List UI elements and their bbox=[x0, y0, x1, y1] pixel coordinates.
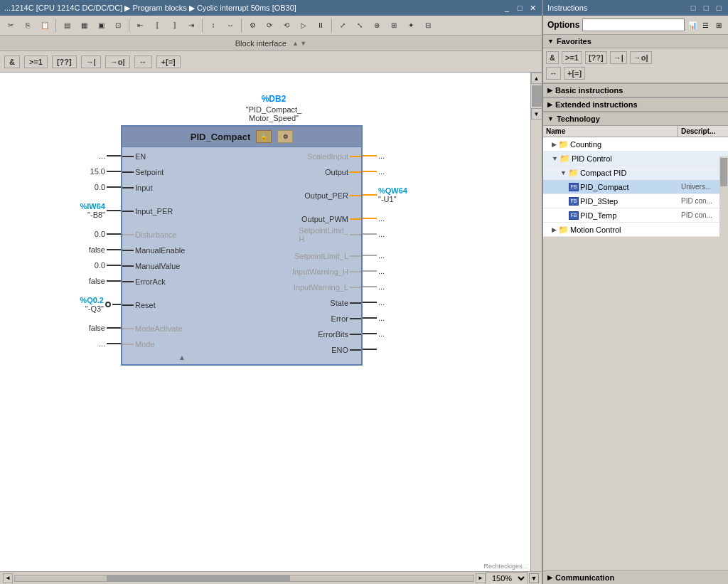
counting-folder-icon: 📁 bbox=[558, 139, 569, 149]
input-warning-l-outer-label: ... bbox=[378, 282, 385, 291]
tb-btn15[interactable]: ⚙ bbox=[245, 18, 260, 33]
zoom-dropdown-btn[interactable]: ▼ bbox=[529, 573, 539, 583]
tb-btn14[interactable]: ↔ bbox=[223, 18, 238, 33]
ladder-btn-nc[interactable]: →| bbox=[81, 55, 101, 68]
options-search-input[interactable] bbox=[582, 18, 685, 31]
left-conn-input: 0.0 bbox=[21, 179, 121, 195]
maximize-button[interactable]: □ bbox=[515, 3, 525, 13]
fav-btn-and[interactable]: & bbox=[546, 51, 559, 64]
tb-btn23[interactable]: ⊞ bbox=[386, 18, 402, 33]
tb-btn18[interactable]: ▷ bbox=[296, 18, 311, 33]
pid-config-icon[interactable]: ⚙ bbox=[277, 130, 293, 143]
tree-row-motion-control[interactable]: ▶ 📁 Motion Control bbox=[543, 223, 728, 237]
tb-btn9[interactable]: ⇤ bbox=[132, 18, 148, 33]
hscroll-track[interactable] bbox=[14, 575, 474, 582]
hscroll-thumb[interactable] bbox=[107, 575, 290, 581]
pid-3step-label: PID_3Step bbox=[580, 197, 618, 206]
fav-btn-box[interactable]: [??] bbox=[585, 51, 607, 64]
ladder-btn-or[interactable]: >=1 bbox=[24, 55, 48, 68]
port-manual-enable: ManualEnable bbox=[122, 243, 242, 258]
hscroll-right[interactable]: ► bbox=[476, 573, 486, 583]
mode-line bbox=[107, 343, 121, 344]
inst-icon-3[interactable]: □ bbox=[714, 3, 724, 13]
hscroll-left[interactable]: ◄ bbox=[3, 573, 13, 583]
vscroll-up[interactable]: ▲ bbox=[531, 73, 542, 84]
tb-btn19[interactable]: ⏸ bbox=[313, 18, 328, 33]
vscroll-down[interactable]: ▼ bbox=[531, 108, 542, 120]
ladder-btn-box[interactable]: [??] bbox=[52, 55, 77, 68]
tree-vscroll[interactable] bbox=[719, 156, 728, 370]
tb-btn24[interactable]: ✦ bbox=[403, 18, 419, 33]
pid-lock-icon[interactable]: 🔒 bbox=[256, 130, 272, 143]
tb-btn22[interactable]: ⊕ bbox=[369, 18, 385, 33]
tb-btn17[interactable]: ⟲ bbox=[279, 18, 294, 33]
tree-vscroll-thumb[interactable] bbox=[720, 158, 727, 186]
tb-cut[interactable]: ✂ bbox=[3, 18, 18, 33]
favorites-header[interactable]: ▼ Favorites bbox=[543, 35, 728, 48]
tree-row-pid-temp[interactable]: FB PID_Temp PID con... bbox=[543, 208, 728, 223]
ladder-btn-assign[interactable]: +[=] bbox=[156, 55, 181, 68]
zoom-select[interactable]: 150% 100% 75% 200% bbox=[486, 572, 528, 585]
tree-row-counting[interactable]: ▶ 📁 Counting bbox=[543, 137, 728, 152]
tb-paste[interactable]: 📋 bbox=[37, 18, 53, 33]
vscroll-thumb[interactable] bbox=[532, 85, 542, 107]
tb-btn7[interactable]: ▣ bbox=[93, 18, 109, 33]
tree-row-pid-3step[interactable]: FB PID_3Step PID con... bbox=[543, 194, 728, 208]
output-right-line bbox=[350, 171, 361, 173]
port-error-ack: ErrorAck bbox=[122, 274, 242, 290]
tb-btn5[interactable]: ▤ bbox=[59, 18, 75, 33]
pid-compact-label: PID_Compact bbox=[580, 183, 628, 191]
vertical-scrollbar[interactable]: ▲ ▼ bbox=[530, 73, 542, 571]
output-pwm-label: Output_PWM bbox=[301, 215, 350, 223]
tb-btn20[interactable]: ⤢ bbox=[335, 18, 350, 33]
pid-control-folder-icon: 📁 bbox=[560, 154, 570, 164]
fav-btn-coil[interactable]: ↔ bbox=[546, 67, 561, 80]
communication-bar[interactable]: ▶ Communication bbox=[543, 570, 728, 584]
tree-row-pid-compact[interactable]: FB PID_Compact Univers... bbox=[543, 180, 728, 194]
fav-btn-or[interactable]: >=1 bbox=[562, 51, 582, 64]
fav-btn-nc[interactable]: →| bbox=[610, 51, 627, 64]
pid-block: PID_Compact 🔒 ⚙ EN bbox=[121, 125, 363, 366]
ladder-btn-and[interactable]: & bbox=[4, 55, 20, 68]
setpoint-outer-label: 15.0 bbox=[90, 167, 105, 176]
tb-btn13[interactable]: ↕ bbox=[205, 18, 221, 33]
tb-btn10[interactable]: ⟦ bbox=[149, 18, 165, 33]
tb-btn6[interactable]: ▦ bbox=[76, 18, 92, 33]
output-per-outer: %QW64 "-U1" bbox=[378, 186, 407, 203]
options-list-icon[interactable]: ☰ bbox=[701, 18, 711, 31]
basic-instructions-header[interactable]: ▶ Basic instructions bbox=[543, 83, 728, 97]
tree-row-compact-pid[interactable]: ▼ 📁 Compact PID bbox=[543, 166, 728, 180]
tb-btn11[interactable]: ⟧ bbox=[166, 18, 182, 33]
tb-btn12[interactable]: ⇥ bbox=[183, 18, 199, 33]
technology-header[interactable]: ▼ Technology bbox=[543, 112, 728, 126]
error-bits-right-line bbox=[350, 334, 361, 335]
minimize-button[interactable]: _ bbox=[502, 3, 512, 13]
ladder-btn-coil[interactable]: ↔ bbox=[134, 55, 152, 68]
eno-right-line bbox=[350, 349, 361, 351]
manual-enable-outer-label: false bbox=[89, 245, 105, 254]
horizontal-scrollbar[interactable]: ◄ ► bbox=[3, 573, 486, 583]
inst-icon-1[interactable]: □ bbox=[688, 3, 698, 13]
extended-instructions-header[interactable]: ▶ Extended instructions bbox=[543, 97, 728, 112]
motion-control-name: ▶ 📁 Motion Control bbox=[543, 225, 678, 235]
db-name: "PID_Compact_Motor_Speed" bbox=[246, 105, 302, 122]
tb-btn16[interactable]: ⟳ bbox=[262, 18, 277, 33]
tb-btn25[interactable]: ⊟ bbox=[420, 18, 436, 33]
close-button[interactable]: ✕ bbox=[528, 3, 537, 13]
left-conn-reset: %Q0.2 "-Q3" bbox=[21, 289, 121, 320]
fav-btn-noc[interactable]: →o| bbox=[630, 51, 652, 64]
port-state: State bbox=[330, 295, 361, 311]
tb-copy[interactable]: ⎘ bbox=[20, 18, 36, 33]
input-warning-l-outer-line bbox=[363, 286, 377, 287]
main-toolbar: ✂ ⎘ 📋 ▤ ▦ ▣ ⊡ ⇤ ⟦ ⟧ ⇥ ↕ ↔ ⚙ ⟳ ⟲ ▷ ⏸ ⤢ ⤡ … bbox=[0, 16, 542, 36]
fav-btn-assign[interactable]: +[=] bbox=[564, 67, 585, 80]
tree-row-pid-control[interactable]: ▼ 📁 PID Control bbox=[543, 152, 728, 166]
port-setpoint-limit-h: SetpointLimit_H bbox=[299, 227, 361, 243]
compact-pid-name: ▼ 📁 Compact PID bbox=[543, 168, 678, 178]
inst-icon-2[interactable]: □ bbox=[701, 3, 711, 13]
options-chart-icon[interactable]: 📊 bbox=[687, 18, 697, 31]
tb-btn8[interactable]: ⊡ bbox=[110, 18, 126, 33]
ladder-btn-noc[interactable]: →o| bbox=[105, 55, 130, 68]
options-grid-icon[interactable]: ⊞ bbox=[714, 18, 724, 31]
tb-btn21[interactable]: ⤡ bbox=[352, 18, 368, 33]
